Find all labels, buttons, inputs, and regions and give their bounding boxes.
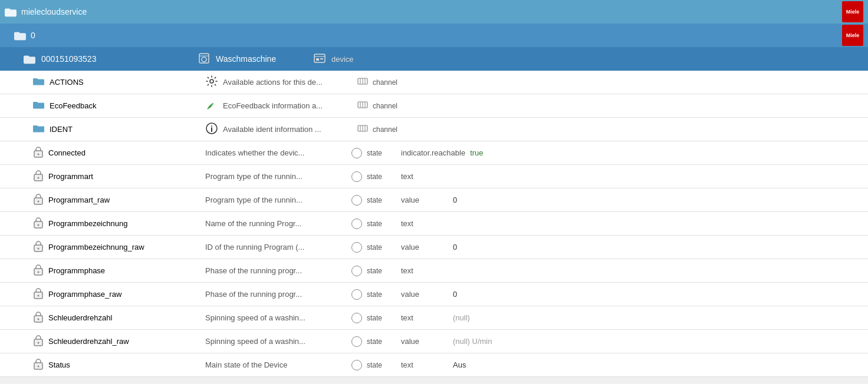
- svg-point-42: [38, 366, 40, 368]
- item-row-9[interactable]: Status Main state of the Device state te…: [0, 353, 868, 377]
- item-desc-8: Spinning speed of a washin...: [205, 337, 347, 346]
- item-role-display-8: value: [401, 337, 448, 346]
- svg-point-24: [38, 154, 40, 155]
- circle-o-icon-2: [351, 195, 362, 206]
- item-name-5: Programmphase: [48, 266, 105, 275]
- item-desc-0: Indicates whether the devic...: [205, 148, 347, 157]
- miele-logo-1: Miele: [842, 1, 863, 22]
- item-desc-5: Phase of the running progr...: [205, 266, 347, 275]
- item-value-4: 0: [453, 243, 863, 251]
- state-label-9: state: [367, 361, 396, 369]
- state-label-5: state: [367, 267, 396, 275]
- item-row-6[interactable]: Programmphase_raw Phase of the running p…: [0, 283, 868, 306]
- info-icon-ident: [205, 122, 218, 137]
- item-desc-3: Name of the running Progr...: [205, 219, 347, 228]
- item-role-display-2: value: [401, 196, 448, 204]
- root-row[interactable]: mielecloudservice Miele: [0, 0, 868, 24]
- lock-icon-9: [33, 358, 44, 372]
- item-row-4[interactable]: Programmbezeichnung_raw ID of the runnin…: [0, 236, 868, 259]
- ident-name: IDENT: [50, 125, 73, 134]
- svg-point-26: [38, 177, 40, 179]
- svg-rect-5: [316, 58, 319, 61]
- item-desc-7: Spinning speed of a washin...: [205, 313, 347, 322]
- ident-badge-label: channel: [373, 125, 397, 134]
- item-role-display-4: value: [401, 243, 448, 251]
- circle-o-icon-1: [351, 171, 362, 182]
- lock-icon-4: [33, 240, 44, 254]
- circle-o-icon-3: [351, 219, 362, 229]
- ecofeedback-badge-label: channel: [373, 102, 397, 110]
- item-row-8[interactable]: Schleuderdrehzahl_raw Spinning speed of …: [0, 330, 868, 353]
- leaf-icon-ecofeedback: [205, 98, 218, 113]
- folder-open-icon-1: [24, 54, 35, 64]
- ecofeedback-folder-row[interactable]: EcoFeedback EcoFeedback information a...…: [0, 94, 868, 118]
- item-desc-6: Phase of the running progr...: [205, 290, 347, 299]
- folder-open-icon-0: [14, 31, 26, 40]
- item-name-8: Schleuderdrehzahl_raw: [48, 337, 129, 346]
- state-label-0: state: [367, 149, 396, 157]
- lock-icon-0: [33, 146, 44, 160]
- folder-icon-ecofeedback: [33, 100, 45, 111]
- lock-icon-2: [33, 193, 44, 207]
- circle-o-icon-7: [351, 313, 362, 323]
- level0-id: 0: [31, 31, 35, 40]
- svg-point-17: [211, 125, 212, 127]
- state-label-6: state: [367, 290, 396, 299]
- item-name-4: Programmbezeichnung_raw: [48, 243, 144, 251]
- item-name-2: Programmart_raw: [48, 196, 110, 204]
- svg-point-2: [202, 57, 206, 62]
- item-value-2: 0: [453, 196, 863, 204]
- item-row-0[interactable]: Connected Indicates whether the devic...…: [0, 141, 868, 165]
- channel-badge-ecofeedback: [357, 100, 368, 112]
- item-desc-9: Main state of the Device: [205, 360, 347, 369]
- svg-point-30: [38, 224, 40, 226]
- device-badge-label: device: [331, 55, 354, 64]
- actions-badge-label: channel: [373, 78, 397, 87]
- ident-desc: Available ident information ...: [223, 125, 353, 134]
- folder-icon-ident: [33, 124, 45, 135]
- folder-icon-actions: [33, 77, 45, 88]
- app-title: mielecloudservice: [21, 7, 87, 16]
- item-name-3: Programmbezeichnung: [48, 219, 127, 228]
- actions-folder-row[interactable]: ACTIONS Available actions for this de...…: [0, 71, 868, 94]
- item-role-display-6: value: [401, 290, 448, 299]
- device-id: 000151093523: [41, 54, 183, 64]
- item-value-6: 0: [453, 290, 863, 299]
- item-name-1: Programmart: [48, 172, 93, 181]
- item-role-display-3: text: [401, 219, 448, 228]
- device-badge-icon: [314, 52, 326, 66]
- lock-icon-7: [33, 311, 44, 325]
- item-row-2[interactable]: Programmart_raw Program type of the runn…: [0, 188, 868, 212]
- svg-point-40: [38, 342, 40, 344]
- item-value-7: (null): [453, 313, 863, 322]
- lock-icon-8: [33, 335, 44, 348]
- item-role-display-1: text: [401, 172, 448, 181]
- lock-icon-1: [33, 170, 44, 183]
- item-row-5[interactable]: Programmphase Phase of the running progr…: [0, 259, 868, 283]
- svg-point-7: [210, 80, 213, 83]
- state-label-3: state: [367, 220, 396, 228]
- channel-badge-ident: [357, 123, 368, 135]
- circle-o-icon-9: [351, 360, 362, 370]
- item-row-3[interactable]: Programmbezeichnung Name of the running …: [0, 212, 868, 236]
- lock-icon-5: [33, 264, 44, 277]
- state-label-1: state: [367, 173, 396, 181]
- state-label-8: state: [367, 337, 396, 346]
- circle-o-icon-5: [351, 266, 362, 276]
- svg-rect-3: [314, 54, 325, 62]
- state-label-7: state: [367, 314, 396, 322]
- level0-row[interactable]: 0 Miele: [0, 24, 868, 47]
- device-type-icon: [198, 52, 210, 66]
- ident-folder-row[interactable]: IDENT Available ident information ... ch…: [0, 118, 868, 141]
- svg-point-34: [38, 272, 40, 273]
- svg-point-36: [38, 295, 40, 297]
- circle-o-icon-4: [351, 242, 362, 253]
- item-row-1[interactable]: Programmart Program type of the runnin..…: [0, 165, 868, 188]
- channel-badge-actions: [357, 76, 368, 88]
- folder-icon: [5, 7, 17, 16]
- level1-row[interactable]: 000151093523 Waschmaschine device: [0, 47, 868, 71]
- circle-o-icon-0: [351, 148, 362, 158]
- item-row-7[interactable]: Schleuderdrehzahl Spinning speed of a wa…: [0, 306, 868, 330]
- lock-icon-6: [33, 287, 44, 301]
- item-desc-2: Program type of the runnin...: [205, 196, 347, 204]
